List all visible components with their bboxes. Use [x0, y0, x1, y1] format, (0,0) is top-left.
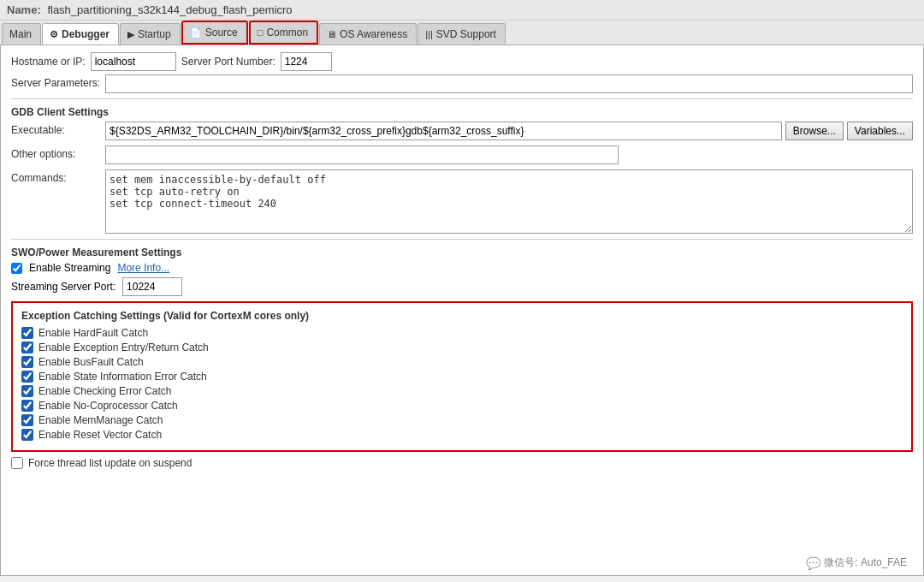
exception-box: Exception Catching Settings (Valid for C…: [11, 301, 913, 452]
streaming-port-label: Streaming Server Port:: [11, 281, 116, 293]
tab-os-awareness[interactable]: 🖥 OS Awareness: [319, 23, 417, 45]
no-coprocessor-checkbox[interactable]: [21, 400, 33, 412]
server-port-input[interactable]: [281, 52, 332, 71]
swo-heading: SWO/Power Measurement Settings: [11, 246, 913, 258]
force-thread-label: Force thread list update on suspend: [28, 457, 192, 469]
streaming-port-row: Streaming Server Port:: [11, 277, 913, 296]
tab-main[interactable]: Main: [2, 23, 41, 45]
checking-error-checkbox[interactable]: [21, 385, 33, 397]
exception-entry-label: Enable Exception Entry/Return Catch: [38, 341, 209, 353]
exception-item-0: Enable HardFault Catch: [21, 327, 903, 339]
hardfault-checkbox[interactable]: [21, 327, 33, 339]
server-params-label: Server Parameters:: [11, 74, 105, 89]
tab-os-awareness-label: OS Awareness: [340, 28, 407, 40]
exception-item-3: Enable State Information Error Catch: [21, 371, 903, 383]
force-thread-checkbox[interactable]: [11, 457, 23, 469]
tab-main-label: Main: [9, 28, 32, 40]
enable-streaming-checkbox[interactable]: [11, 263, 22, 274]
memmanage-label: Enable MemManage Catch: [38, 414, 163, 426]
executable-label: Executable:: [11, 122, 105, 136]
commands-label: Commands:: [11, 169, 105, 184]
server-params-input[interactable]: [105, 74, 913, 93]
executable-row: Executable: Browse... Variables...: [11, 122, 913, 140]
state-info-checkbox[interactable]: [21, 371, 33, 383]
streaming-port-input[interactable]: [122, 277, 182, 296]
title-value: flash_partitioning_s32k144_debug_flash_p…: [47, 3, 292, 16]
other-options-label: Other options:: [11, 146, 105, 160]
other-options-row: Other options:: [11, 146, 913, 164]
executable-input[interactable]: [105, 122, 782, 140]
exception-item-4: Enable Checking Error Catch: [21, 385, 903, 397]
busfault-label: Enable BusFault Catch: [38, 356, 144, 368]
enable-streaming-row: Enable Streaming More Info...: [11, 262, 913, 274]
tab-svd-support-label: SVD Support: [436, 28, 496, 40]
tab-debugger-label: Debugger: [62, 28, 110, 40]
exception-item-2: Enable BusFault Catch: [21, 356, 903, 368]
tab-startup[interactable]: ▶ Startup: [120, 23, 181, 45]
commands-row: Commands: set mem inaccessible-by-defaul…: [11, 169, 913, 234]
server-top-row: Hostname or IP: Server Port Number:: [11, 52, 913, 71]
server-params-row: Server Parameters:: [11, 74, 913, 93]
gdb-heading: GDB Client Settings: [11, 106, 913, 118]
more-info-link[interactable]: More Info...: [117, 262, 169, 274]
browse-button[interactable]: Browse...: [785, 122, 844, 140]
wechat-icon: 💬: [806, 556, 820, 570]
tab-common[interactable]: □ Common: [249, 21, 318, 45]
common-icon: □: [258, 27, 264, 38]
state-info-label: Enable State Information Error Catch: [38, 371, 207, 383]
exception-item-6: Enable MemManage Catch: [21, 414, 903, 426]
tabs-bar: Main ⚙ Debugger ▶ Startup 📄 Source □ Com…: [0, 21, 924, 45]
server-port-label: Server Port Number:: [181, 56, 275, 68]
divider-1: [11, 98, 913, 99]
svd-icon: |||: [425, 29, 433, 39]
exception-item-1: Enable Exception Entry/Return Catch: [21, 341, 903, 353]
enable-streaming-label: Enable Streaming: [29, 262, 110, 274]
reset-vector-label: Enable Reset Vector Catch: [38, 429, 162, 441]
divider-2: [11, 239, 913, 240]
no-coprocessor-label: Enable No-Coprocessor Catch: [38, 400, 178, 412]
hostname-input[interactable]: [91, 52, 176, 71]
checking-error-label: Enable Checking Error Catch: [38, 385, 171, 397]
hardfault-label: Enable HardFault Catch: [38, 327, 148, 339]
tab-debugger[interactable]: ⚙ Debugger: [42, 23, 119, 45]
reset-vector-checkbox[interactable]: [21, 429, 33, 441]
exception-item-7: Enable Reset Vector Catch: [21, 429, 903, 441]
tab-source[interactable]: 📄 Source: [181, 21, 248, 45]
tab-source-label: Source: [205, 27, 238, 39]
exception-item-5: Enable No-Coprocessor Catch: [21, 400, 903, 412]
content-area: Hostname or IP: Server Port Number: Serv…: [0, 45, 924, 576]
memmanage-checkbox[interactable]: [21, 414, 33, 426]
watermark-text: 微信号: Auto_FAE: [824, 555, 907, 570]
title-bar: Name: flash_partitioning_s32k144_debug_f…: [0, 0, 924, 21]
watermark: 💬 微信号: Auto_FAE: [806, 555, 907, 570]
tab-svd-support[interactable]: ||| SVD Support: [418, 23, 506, 45]
variables-button[interactable]: Variables...: [847, 122, 913, 140]
busfault-checkbox[interactable]: [21, 356, 33, 368]
tab-startup-label: Startup: [138, 28, 171, 40]
exception-title: Exception Catching Settings (Valid for C…: [21, 310, 903, 322]
os-icon: 🖥: [327, 29, 336, 39]
source-icon: 📄: [190, 27, 202, 39]
hostname-label: Hostname or IP:: [11, 56, 86, 68]
force-thread-row: Force thread list update on suspend: [11, 457, 913, 469]
debugger-icon: ⚙: [50, 29, 58, 40]
other-options-input[interactable]: [105, 146, 619, 164]
startup-icon: ▶: [127, 29, 134, 40]
commands-textarea[interactable]: set mem inaccessible-by-default off set …: [105, 169, 913, 234]
exception-entry-checkbox[interactable]: [21, 341, 33, 353]
title-label: Name:: [7, 3, 41, 16]
tab-common-label: Common: [266, 27, 308, 39]
